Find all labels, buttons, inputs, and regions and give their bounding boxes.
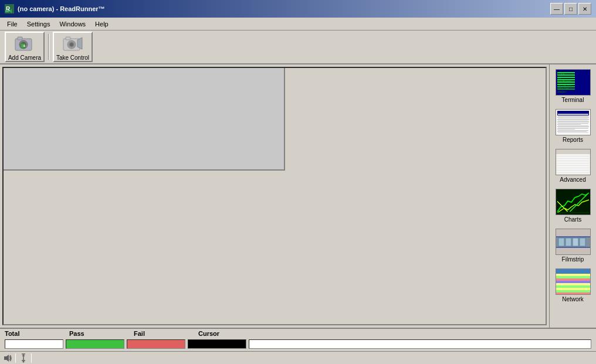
status-bar: Total Pass Fail Cursor <box>0 328 596 351</box>
svg-rect-58 <box>580 275 588 277</box>
reports-thumb-preview <box>556 110 590 135</box>
minimize-button[interactable]: — <box>550 3 563 15</box>
svg-rect-61 <box>575 278 589 281</box>
add-camera-icon: + <box>13 33 36 53</box>
app-icon: R <box>5 4 14 13</box>
close-button[interactable]: ✕ <box>578 3 591 15</box>
svg-rect-8 <box>18 37 22 40</box>
take-control-icon <box>61 33 84 53</box>
main-area: C:\> dir ReadRunner config.ini data.log … <box>0 64 596 328</box>
svg-rect-30 <box>557 128 575 130</box>
reports-label: Reports <box>563 137 583 143</box>
svg-rect-57 <box>573 275 580 277</box>
svg-rect-26 <box>557 119 589 120</box>
charts-thumb-preview <box>556 189 590 215</box>
filmstrip-thumbnail <box>556 229 591 255</box>
menu-file[interactable]: File <box>2 19 22 29</box>
svg-rect-42 <box>556 189 590 215</box>
cursor-label: Cursor <box>198 330 263 337</box>
sound-button[interactable] <box>2 353 13 363</box>
add-camera-label: Add Camera <box>8 55 41 61</box>
svg-rect-37 <box>557 162 589 164</box>
take-control-button[interactable]: Take Control <box>53 32 93 62</box>
svg-rect-49 <box>565 238 571 246</box>
svg-point-14 <box>70 43 73 46</box>
window-title: (no camera) - ReadRunner™ <box>18 5 105 12</box>
camera-panel <box>4 68 285 171</box>
svg-rect-25 <box>557 117 589 118</box>
menu-windows[interactable]: Windows <box>55 19 90 29</box>
charts-thumbnail <box>556 189 591 215</box>
advanced-thumbnail <box>556 149 591 175</box>
svg-rect-2 <box>5 10 9 12</box>
toolbar-separator <box>48 34 49 60</box>
pass-bar <box>66 339 124 349</box>
pin-button[interactable] <box>18 353 29 363</box>
svg-rect-63 <box>567 282 580 284</box>
maximize-button[interactable]: □ <box>564 3 577 15</box>
status-bars-row <box>0 338 596 350</box>
svg-rect-15 <box>66 37 70 40</box>
sidebar-item-charts[interactable]: Charts <box>552 186 594 225</box>
title-bar: R (no camera) - ReadRunner™ — □ ✕ <box>0 0 596 18</box>
svg-rect-31 <box>557 131 587 132</box>
network-label: Network <box>562 296 584 302</box>
total-bar <box>5 339 63 349</box>
svg-rect-41 <box>557 172 578 173</box>
svg-rect-62 <box>557 282 567 284</box>
svg-rect-66 <box>575 285 589 288</box>
menu-bar: File Settings Windows Help <box>0 18 596 30</box>
add-camera-button[interactable]: + Add Camera <box>5 32 45 62</box>
svg-rect-36 <box>557 160 581 161</box>
svg-rect-38 <box>557 165 575 166</box>
svg-rect-34 <box>557 155 589 157</box>
svg-rect-64 <box>581 282 589 284</box>
sidebar-item-terminal[interactable]: C:\> dir ReadRunner config.ini data.log … <box>552 67 594 106</box>
svg-rect-33 <box>556 149 590 154</box>
menu-help[interactable]: Help <box>90 19 113 29</box>
svg-rect-54 <box>556 274 590 294</box>
svg-rect-55 <box>557 275 564 277</box>
bottom-bar <box>0 351 596 364</box>
toolbar: + Add Camera Take Control <box>0 30 596 64</box>
svg-rect-48 <box>558 238 564 246</box>
terminal-thumbnail: C:\> dir ReadRunner config.ini data.log … <box>556 69 591 96</box>
terminal-label: Terminal <box>562 97 584 103</box>
fail-bar <box>127 339 185 349</box>
fail-fill <box>127 340 185 348</box>
take-control-label: Take Control <box>56 55 89 61</box>
filmstrip-thumb-preview <box>556 229 590 254</box>
total-label: Total <box>5 330 69 337</box>
title-bar-controls: — □ ✕ <box>550 3 591 15</box>
svg-text:+: + <box>23 43 26 49</box>
svg-text:data.log: data.log <box>557 87 569 90</box>
svg-rect-32 <box>556 149 590 175</box>
svg-rect-24 <box>557 111 589 115</box>
network-thumbnail <box>556 268 591 295</box>
svg-rect-50 <box>573 238 578 246</box>
menu-settings[interactable]: Settings <box>22 19 55 29</box>
svg-rect-27 <box>557 121 589 123</box>
sidebar-item-reports[interactable]: Reports <box>552 107 594 145</box>
sidebar-item-network[interactable]: Network <box>552 266 594 305</box>
svg-rect-40 <box>557 169 583 171</box>
charts-label: Charts <box>564 216 581 223</box>
fail-label: Fail <box>134 330 198 337</box>
svg-text:config.ini: config.ini <box>557 83 572 86</box>
content-area <box>2 67 547 325</box>
svg-marker-69 <box>4 355 9 362</box>
svg-rect-35 <box>557 158 589 159</box>
filmstrip-label: Filmstrip <box>562 256 584 263</box>
svg-rect-60 <box>570 278 574 281</box>
svg-rect-59 <box>557 278 569 281</box>
svg-rect-39 <box>557 167 587 168</box>
svg-rect-47 <box>556 247 590 248</box>
svg-text:C:\>: C:\> <box>557 72 564 76</box>
pass-fill <box>66 340 124 348</box>
svg-rect-67 <box>557 289 563 291</box>
svg-rect-28 <box>557 124 581 125</box>
sidebar-item-filmstrip[interactable]: Filmstrip <box>552 226 594 265</box>
sidebar-item-advanced[interactable]: Advanced <box>552 147 594 185</box>
title-bar-left: R (no camera) - ReadRunner™ <box>5 4 105 13</box>
bottom-separator-2 <box>31 353 32 363</box>
